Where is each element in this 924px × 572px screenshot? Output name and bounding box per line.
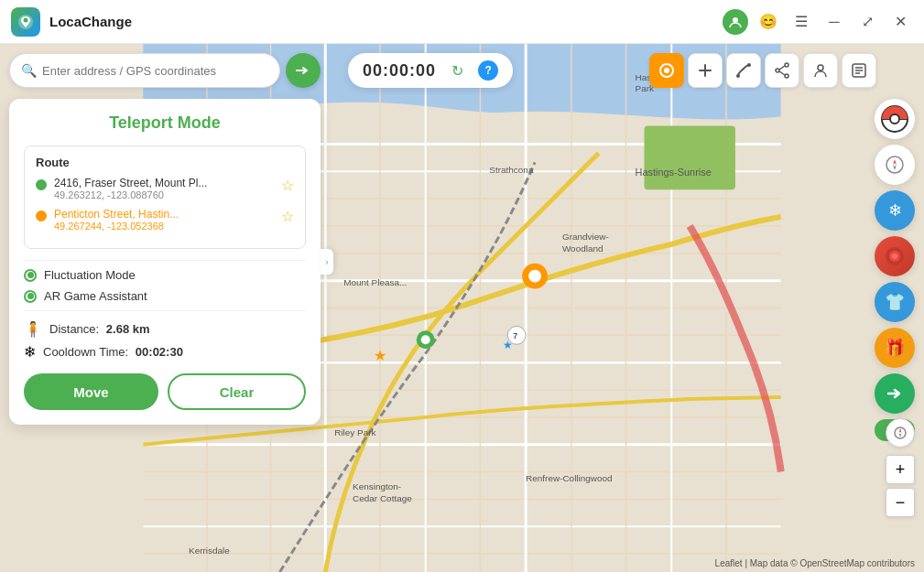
route-to-star[interactable]: ☆: [281, 208, 294, 225]
svg-point-57: [785, 63, 788, 67]
cooldown-icon: ❄: [24, 343, 36, 361]
emoji-icon[interactable]: 😊: [756, 9, 781, 35]
main-container: ★ ★ Hastings-Sunrise Grandview- Woodland…: [0, 44, 924, 572]
route-from-star[interactable]: ☆: [281, 177, 294, 194]
search-bar: 🔍: [9, 53, 321, 88]
svg-point-1: [24, 17, 28, 22]
info-section: 🧍 Distance: 2.68 km ❄ Cooldown Time: 00:…: [24, 320, 306, 361]
svg-text:Cedar Cottage: Cedar Cottage: [353, 493, 412, 503]
svg-point-62: [818, 65, 823, 70]
svg-text:Woodland: Woodland: [562, 243, 603, 254]
map-container[interactable]: ★ ★ Hastings-Sunrise Grandview- Woodland…: [0, 44, 924, 572]
svg-point-70: [886, 156, 903, 173]
cooldown-item: ❄ Cooldown Time: 00:02:30: [24, 343, 306, 361]
divider-1: [24, 260, 306, 261]
distance-label: Distance: 2.68 km: [49, 322, 150, 336]
search-input[interactable]: [42, 64, 268, 78]
shirt-icon[interactable]: 👕: [875, 282, 915, 322]
fluctuation-mode-item: Fluctuation Mode: [24, 268, 306, 282]
svg-text:Strathcona: Strathcona: [489, 165, 534, 175]
mode-toolbar: [649, 53, 876, 88]
move-button[interactable]: Move: [24, 373, 158, 410]
pokeball-icon[interactable]: [875, 99, 915, 139]
divider-2: [24, 310, 306, 311]
compass-control[interactable]: [886, 418, 915, 448]
ar-game-item: AR Game Assistant: [24, 289, 306, 303]
fluctuation-mode-radio-inner: [27, 272, 34, 278]
zoom-in-button[interactable]: +: [886, 455, 915, 484]
svg-text:Grandview-: Grandview-: [562, 232, 609, 242]
fluctuation-mode-label: Fluctuation Mode: [44, 268, 136, 282]
route-label: Route: [36, 156, 294, 169]
red-zone-icon[interactable]: [875, 236, 915, 276]
svg-text:★: ★: [374, 348, 386, 363]
svg-text:Kerrisdale: Kerrisdale: [189, 545, 230, 556]
timer-display: 00:00:00: [363, 61, 436, 81]
route-box: Route 2416, Fraser Street, Mount Pl... 4…: [24, 146, 306, 249]
distance-item: 🧍 Distance: 2.68 km: [24, 320, 306, 338]
panel-title: Teleport Mode: [24, 113, 306, 133]
menu-icon[interactable]: ☰: [788, 9, 814, 35]
svg-text:Kensington-: Kensington-: [353, 481, 401, 491]
window-controls: 😊 ☰ ─ ⤢ ✕: [723, 9, 913, 35]
joystick-mode-button[interactable]: [688, 53, 723, 88]
route-to-info: Penticton Street, Hastin... 49.267244, -…: [54, 208, 274, 232]
route-from-info: 2416, Fraser Street, Mount Pl... 49.2632…: [54, 177, 274, 200]
svg-point-56: [747, 63, 751, 67]
share-button[interactable]: [765, 53, 799, 88]
map-attribution: Leaflet | Map data © OpenStreetMap contr…: [715, 558, 915, 568]
collapse-arrow[interactable]: ›: [321, 249, 333, 275]
route-from-item: 2416, Fraser Street, Mount Pl... 49.2632…: [36, 177, 294, 200]
left-panel: Teleport Mode Route 2416, Fraser Street,…: [9, 99, 321, 425]
ar-game-radio-inner: [27, 293, 34, 299]
zoom-controls: + −: [886, 418, 915, 517]
teleport-mode-button[interactable]: [649, 53, 684, 88]
app-logo: [11, 7, 40, 37]
right-side-panel: ❄ 👕 🎁: [875, 99, 915, 441]
minimize-icon[interactable]: ─: [821, 9, 847, 35]
app-title: LocaChange: [49, 14, 723, 29]
svg-point-34: [528, 270, 541, 283]
svg-text:Riley Park: Riley Park: [334, 427, 375, 437]
arrow-icon[interactable]: [875, 373, 915, 414]
user-button[interactable]: [803, 53, 838, 88]
route-to-item: Penticton Street, Hastin... 49.267244, -…: [36, 208, 294, 232]
route-from-dot: [36, 179, 47, 190]
compass-icon[interactable]: [875, 145, 915, 185]
route-from-address: 2416, Fraser Street, Mount Pl...: [54, 177, 274, 189]
timer-help-button[interactable]: ?: [478, 60, 498, 81]
svg-point-69: [893, 117, 897, 122]
svg-line-60: [779, 66, 785, 70]
ar-game-label: AR Game Assistant: [44, 289, 147, 303]
distance-icon: 🧍: [24, 320, 42, 338]
user-avatar-icon[interactable]: [723, 9, 748, 35]
snowflake-icon[interactable]: ❄: [875, 190, 915, 231]
title-bar: LocaChange 😊 ☰ ─ ⤢ ✕: [0, 0, 924, 44]
close-icon[interactable]: ✕: [887, 9, 913, 35]
search-input-wrap[interactable]: 🔍: [9, 53, 280, 88]
route-to-dot: [36, 210, 47, 221]
fluctuation-mode-radio[interactable]: [24, 269, 37, 282]
ar-game-radio[interactable]: [24, 290, 37, 303]
svg-point-36: [421, 335, 430, 344]
clear-button[interactable]: Clear: [168, 373, 306, 410]
route-to-coords: 49.267244, -123.052368: [54, 221, 274, 232]
timer-refresh-button[interactable]: ↻: [445, 59, 469, 82]
route-from-coords: 49.263212, -123.088760: [54, 189, 274, 200]
svg-text:7: 7: [513, 331, 517, 340]
svg-point-59: [776, 69, 779, 72]
svg-point-55: [736, 74, 740, 78]
svg-point-2: [733, 17, 738, 23]
action-buttons: Move Clear: [24, 373, 306, 410]
route-mode-button[interactable]: [726, 53, 761, 88]
svg-text:Renfrew-Collingwood: Renfrew-Collingwood: [526, 473, 612, 483]
svg-point-58: [785, 74, 788, 78]
gift-icon[interactable]: 🎁: [875, 328, 915, 368]
history-button[interactable]: [842, 53, 876, 88]
svg-text:Hastings-Sunrise: Hastings-Sunrise: [636, 167, 712, 178]
svg-point-54: [664, 68, 669, 73]
search-submit-button[interactable]: [286, 53, 321, 88]
maximize-icon[interactable]: ⤢: [854, 9, 880, 35]
svg-line-61: [779, 71, 785, 75]
zoom-out-button[interactable]: −: [886, 488, 915, 517]
